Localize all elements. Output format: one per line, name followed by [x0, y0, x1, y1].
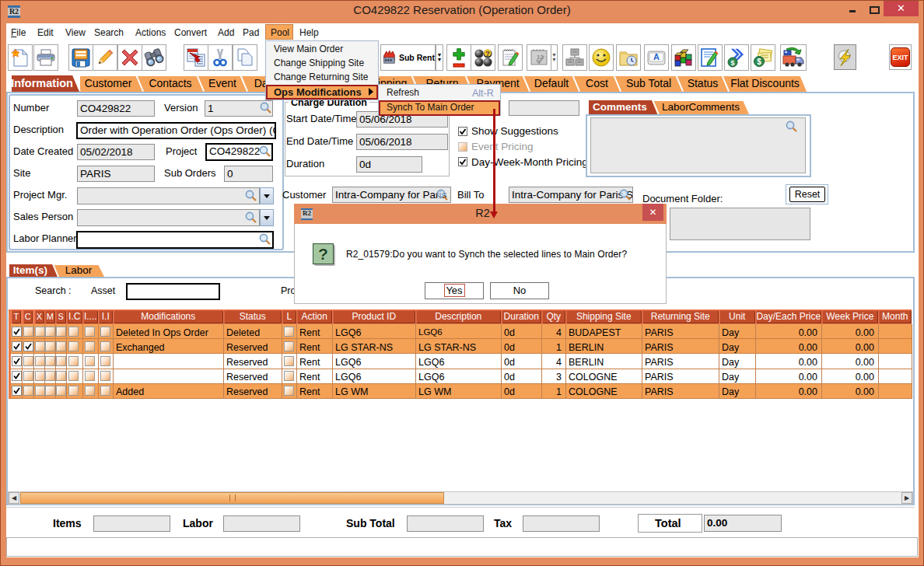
svg-text:$: $	[757, 58, 761, 66]
svg-text:$: $	[730, 59, 734, 67]
svg-text:?: ?	[485, 50, 490, 58]
svg-text:A: A	[653, 52, 660, 61]
